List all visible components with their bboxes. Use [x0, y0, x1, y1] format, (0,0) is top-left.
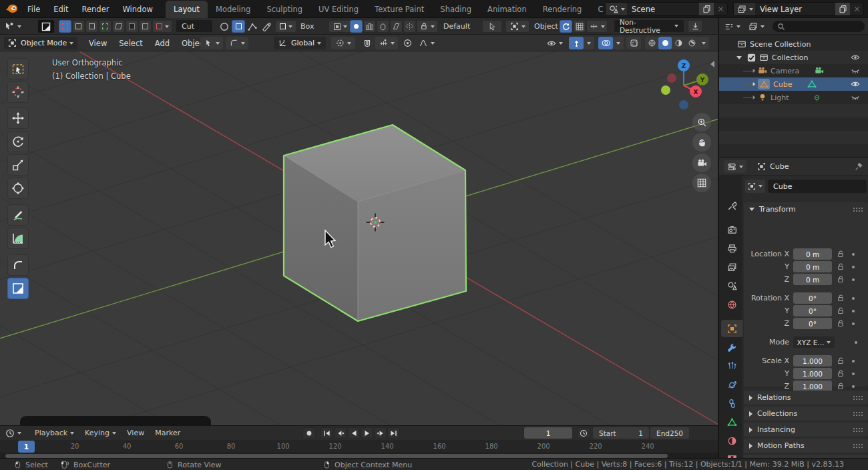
- drag-handle[interactable]: [853, 207, 863, 212]
- auto-keying-clock-button[interactable]: [577, 427, 590, 439]
- tool-move[interactable]: [7, 107, 29, 129]
- timeline-editor-type-dropdown[interactable]: [5, 427, 21, 439]
- tool-boxcutter[interactable]: [7, 278, 29, 299]
- viewport-menu-add[interactable]: Add: [149, 36, 176, 51]
- mesh-data-icon[interactable]: [807, 79, 817, 89]
- destructive-mode-dropdown[interactable]: Non-Destructive: [614, 20, 684, 32]
- proportional-editing-toggle[interactable]: [401, 37, 414, 49]
- lock-toggle[interactable]: [837, 383, 845, 390]
- collection-expand-icon[interactable]: [736, 56, 742, 59]
- grid-snap-toggle[interactable]: [573, 20, 586, 33]
- tab-animation[interactable]: Animation: [479, 1, 535, 18]
- light-data-icon[interactable]: [813, 93, 821, 102]
- transform-value-field[interactable]: 0 m: [793, 248, 832, 260]
- frame-start-field[interactable]: Start1: [593, 427, 649, 439]
- tab-output[interactable]: [721, 240, 742, 257]
- shape-custom-button[interactable]: [260, 20, 273, 33]
- tab-object-data[interactable]: [721, 413, 742, 431]
- viewport-menu-view[interactable]: View: [83, 36, 113, 51]
- mode-selector[interactable]: Object Mode: [4, 37, 77, 49]
- blender-logo-icon[interactable]: [5, 3, 18, 16]
- make-mode-toggle[interactable]: [139, 20, 152, 33]
- pin-icon[interactable]: [855, 162, 863, 171]
- eye-closed-icon[interactable]: [851, 66, 860, 75]
- timeline-ticks[interactable]: 1 20406080100120140160180200220240: [0, 440, 718, 453]
- frame-end-field[interactable]: End250: [650, 427, 689, 439]
- lock-icon[interactable]: [837, 250, 845, 258]
- transform-value-field[interactable]: 0 m: [793, 274, 832, 285]
- knife-mode-toggle[interactable]: [112, 20, 125, 33]
- animate-dot[interactable]: [855, 341, 857, 344]
- gizmos-dropdown[interactable]: [569, 37, 594, 49]
- shading-material-button[interactable]: [672, 37, 685, 49]
- lock-icon[interactable]: [837, 307, 845, 314]
- lock-toggle[interactable]: [837, 250, 845, 258]
- timeline-menu-view[interactable]: View: [122, 429, 150, 437]
- animate-dot[interactable]: [852, 278, 855, 281]
- playhead[interactable]: 1: [18, 441, 35, 453]
- menu-file[interactable]: File: [21, 2, 46, 17]
- outliner-row-camera[interactable]: Camera: [719, 64, 868, 77]
- tab-material[interactable]: [721, 432, 742, 449]
- taper-toggle[interactable]: [390, 20, 403, 33]
- new-scene-button[interactable]: [699, 3, 714, 15]
- pan-button[interactable]: [692, 133, 711, 152]
- transform-value-field[interactable]: 0°: [793, 305, 832, 316]
- current-frame-field[interactable]: 1: [524, 427, 572, 439]
- next-keyframe-button[interactable]: [374, 427, 387, 439]
- overlays-dropdown[interactable]: [598, 37, 624, 49]
- operation-field[interactable]: Cut: [176, 20, 212, 32]
- boxcutter-tool-preview[interactable]: [37, 19, 55, 33]
- prev-keyframe-button[interactable]: [334, 427, 347, 439]
- tab-modifiers[interactable]: [721, 338, 742, 356]
- save-preset-button[interactable]: [688, 20, 702, 33]
- animate-dot[interactable]: [852, 310, 855, 312]
- outliner-display-mode-dropdown[interactable]: [748, 20, 765, 33]
- shape-box-button[interactable]: [232, 20, 245, 33]
- camera-data-icon[interactable]: [815, 66, 824, 75]
- tool-transform[interactable]: [7, 178, 29, 199]
- tool-annotate[interactable]: [7, 204, 29, 226]
- transform-orientation-dropdown[interactable]: Global: [274, 37, 326, 49]
- solidify-toggle[interactable]: [350, 20, 363, 33]
- gizmo-neg-z[interactable]: [679, 100, 688, 109]
- lock-toggle[interactable]: [837, 307, 845, 314]
- slice-mode-toggle[interactable]: [72, 20, 85, 33]
- gizmo-neg-y[interactable]: [661, 85, 670, 95]
- eye-open-icon[interactable]: [851, 53, 860, 62]
- lock-toggle[interactable]: [837, 370, 845, 377]
- panel-motion-paths[interactable]: Motion Paths: [744, 439, 868, 453]
- scrollbar-thumb[interactable]: [5, 454, 668, 458]
- snap-target-dropdown[interactable]: [375, 37, 398, 49]
- outliner-search[interactable]: [773, 21, 865, 32]
- animate-dot[interactable]: [852, 253, 855, 256]
- add-view-layer-button[interactable]: [835, 3, 850, 15]
- eye-closed-icon[interactable]: [851, 93, 860, 102]
- panel-relations[interactable]: Relations: [744, 391, 868, 405]
- transform-value-field[interactable]: 1.000: [793, 355, 832, 367]
- shape-select-dropdown[interactable]: [275, 20, 296, 33]
- transform-value-field[interactable]: 1.000: [793, 368, 832, 379]
- lock-toggle[interactable]: [837, 357, 845, 365]
- tab-modeling[interactable]: Modeling: [208, 1, 258, 18]
- jump-to-end-button[interactable]: [387, 427, 400, 439]
- join-mode-toggle[interactable]: [99, 20, 112, 33]
- xray-toggle[interactable]: [626, 37, 641, 49]
- scene-name[interactable]: Scene: [627, 5, 699, 14]
- extract-mode-toggle[interactable]: [126, 20, 138, 33]
- snap-magnet-toggle[interactable]: [361, 37, 374, 49]
- tab-view-layer[interactable]: [721, 258, 742, 276]
- auto-keying-record-button[interactable]: [302, 427, 316, 439]
- lock-icon[interactable]: [837, 320, 845, 327]
- animate-dot[interactable]: [852, 266, 855, 268]
- tab-layout[interactable]: Layout: [166, 1, 208, 18]
- gizmo-neg-x[interactable]: [667, 73, 676, 83]
- navigation-gizmo[interactable]: Z Y X: [651, 57, 718, 118]
- n-panel-toggle-icon[interactable]: [710, 61, 714, 67]
- object-id-dropdown[interactable]: [745, 180, 765, 193]
- play-button[interactable]: [361, 427, 373, 439]
- tab-tool[interactable]: [721, 197, 742, 214]
- lock-icon[interactable]: [837, 294, 845, 302]
- lock-toggle[interactable]: [837, 320, 845, 327]
- animate-dot[interactable]: [852, 297, 855, 300]
